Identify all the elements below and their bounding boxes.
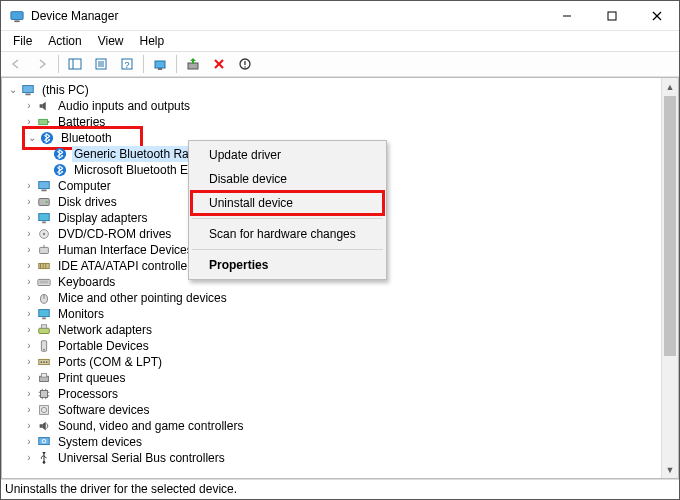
context-menu-item[interactable]: Properties: [191, 253, 384, 277]
chevron-right-icon[interactable]: ›: [22, 210, 36, 226]
tree-node-label[interactable]: Disk drives: [56, 194, 119, 210]
vertical-scrollbar[interactable]: ▲ ▼: [661, 78, 678, 478]
tree-category[interactable]: ›Processors: [6, 386, 678, 402]
back-button[interactable]: [4, 53, 28, 75]
scroll-up-icon[interactable]: ▲: [662, 78, 678, 95]
tree-node-label[interactable]: System devices: [56, 434, 144, 450]
context-menu-item[interactable]: Update driver: [191, 143, 384, 167]
svg-rect-21: [23, 86, 34, 93]
svg-point-52: [43, 349, 45, 351]
keyboard-icon: [36, 274, 52, 290]
svg-point-20: [244, 66, 246, 68]
chevron-right-icon[interactable]: ›: [22, 226, 36, 242]
tree-category[interactable]: ›Software devices: [6, 402, 678, 418]
context-menu-item[interactable]: Uninstall device: [191, 191, 384, 215]
tree-node-label[interactable]: Sound, video and game controllers: [56, 418, 245, 434]
tree-node-label[interactable]: Human Interface Devices: [56, 242, 195, 258]
context-menu-item[interactable]: Disable device: [191, 167, 384, 191]
show-hide-console-button[interactable]: [63, 53, 87, 75]
tree-node-label[interactable]: Software devices: [56, 402, 151, 418]
svg-point-36: [43, 233, 45, 235]
mouse-icon: [36, 290, 52, 306]
tree-node-label[interactable]: Universal Serial Bus controllers: [56, 450, 227, 466]
tree-node-label[interactable]: DVD/CD-ROM drives: [56, 226, 173, 242]
chevron-right-icon[interactable]: ›: [22, 322, 36, 338]
chevron-right-icon[interactable]: ›: [22, 274, 36, 290]
tree-category[interactable]: ›Print queues: [6, 370, 678, 386]
context-menu-item[interactable]: Scan for hardware changes: [191, 222, 384, 246]
chevron-right-icon[interactable]: ›: [22, 178, 36, 194]
scan-hardware-button[interactable]: [148, 53, 172, 75]
tree-category[interactable]: ›Mice and other pointing devices: [6, 290, 678, 306]
tree-node-label[interactable]: Monitors: [56, 306, 106, 322]
scroll-down-icon[interactable]: ▼: [662, 461, 678, 478]
chevron-right-icon[interactable]: ›: [22, 242, 36, 258]
scrollbar-thumb[interactable]: [664, 96, 676, 356]
chevron-right-icon[interactable]: ›: [22, 370, 36, 386]
minimize-button[interactable]: [544, 1, 589, 30]
tree-node-label[interactable]: Computer: [56, 178, 113, 194]
menu-action[interactable]: Action: [40, 32, 89, 50]
tree-category[interactable]: ›Sound, video and game controllers: [6, 418, 678, 434]
menu-view[interactable]: View: [90, 32, 132, 50]
chevron-right-icon[interactable]: ›: [22, 258, 36, 274]
svg-rect-50: [41, 325, 46, 329]
maximize-button[interactable]: [589, 1, 634, 30]
port-icon: [36, 354, 52, 370]
update-driver-button[interactable]: [181, 53, 205, 75]
tree-node-label[interactable]: Network adapters: [56, 322, 154, 338]
chevron-right-icon[interactable]: ›: [22, 194, 36, 210]
tree-category[interactable]: ›Audio inputs and outputs: [6, 98, 678, 114]
tree-node-label[interactable]: Audio inputs and outputs: [56, 98, 192, 114]
tree-category[interactable]: ›Portable Devices: [6, 338, 678, 354]
chevron-right-icon[interactable]: ›: [22, 434, 36, 450]
context-menu-separator: [192, 249, 383, 250]
properties-button[interactable]: [89, 53, 113, 75]
tree-category[interactable]: ›Ports (COM & LPT): [6, 354, 678, 370]
svg-rect-22: [25, 94, 30, 96]
close-button[interactable]: [634, 1, 679, 30]
chevron-right-icon[interactable]: ›: [22, 290, 36, 306]
menu-help[interactable]: Help: [132, 32, 173, 50]
tree-node-label[interactable]: Processors: [56, 386, 120, 402]
chevron-down-icon[interactable]: ⌄: [6, 82, 20, 98]
svg-point-55: [43, 361, 45, 363]
tree-root-pc[interactable]: ⌄(this PC): [6, 82, 678, 98]
svg-point-56: [46, 361, 48, 363]
chevron-right-icon[interactable]: ›: [22, 450, 36, 466]
tree-node-label[interactable]: Print queues: [56, 370, 127, 386]
chevron-down-icon[interactable]: ⌄: [25, 130, 39, 146]
chevron-right-icon[interactable]: ›: [22, 354, 36, 370]
svg-rect-6: [69, 59, 81, 69]
tree-node-label[interactable]: (this PC): [40, 82, 91, 98]
svg-rect-34: [42, 222, 46, 224]
tree-node-label[interactable]: IDE ATA/ATAPI controllers: [56, 258, 199, 274]
chevron-right-icon[interactable]: ›: [22, 402, 36, 418]
tree-node-label[interactable]: Display adapters: [56, 210, 149, 226]
computer-icon: [36, 178, 52, 194]
tree-node-label[interactable]: Generic Bluetooth Radio: [72, 146, 207, 162]
chevron-right-icon[interactable]: ›: [22, 306, 36, 322]
tree-node-label[interactable]: Mice and other pointing devices: [56, 290, 229, 306]
chevron-right-icon[interactable]: ›: [22, 386, 36, 402]
tree-node-label[interactable]: Bluetooth: [59, 130, 114, 146]
chevron-right-icon[interactable]: ›: [22, 338, 36, 354]
disable-device-button[interactable]: [233, 53, 257, 75]
tree-category[interactable]: ›Monitors: [6, 306, 678, 322]
forward-button[interactable]: [30, 53, 54, 75]
chevron-right-icon[interactable]: ›: [22, 418, 36, 434]
svg-rect-71: [39, 438, 50, 445]
tree-node-label[interactable]: Keyboards: [56, 274, 117, 290]
tree-category[interactable]: ›Network adapters: [6, 322, 678, 338]
menu-file[interactable]: File: [5, 32, 40, 50]
chevron-right-icon[interactable]: ›: [22, 98, 36, 114]
tree-node-label[interactable]: Portable Devices: [56, 338, 151, 354]
software-icon: [36, 402, 52, 418]
tree-category[interactable]: ›Universal Serial Bus controllers: [6, 450, 678, 466]
tree-category[interactable]: ›System devices: [6, 434, 678, 450]
disk-icon: [36, 194, 52, 210]
svg-rect-31: [39, 199, 50, 206]
uninstall-device-button[interactable]: [207, 53, 231, 75]
tree-node-label[interactable]: Ports (COM & LPT): [56, 354, 164, 370]
help-button[interactable]: ?: [115, 53, 139, 75]
